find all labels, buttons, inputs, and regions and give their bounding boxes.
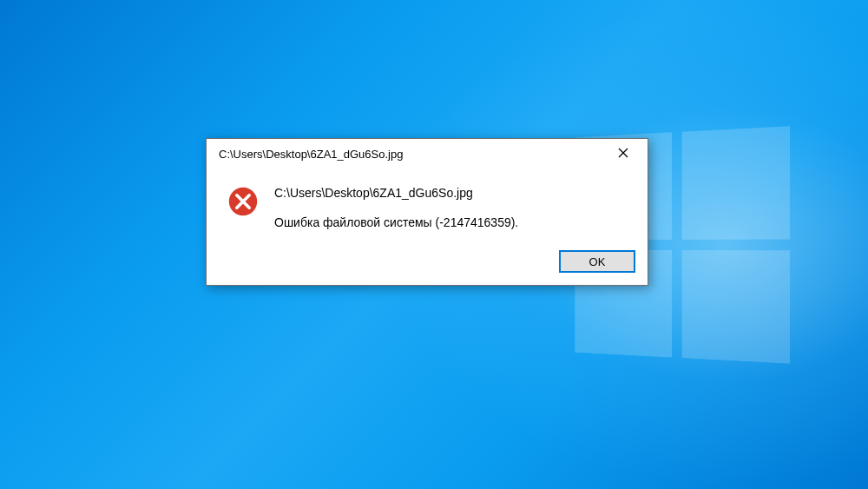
ok-button[interactable]: OK: [559, 250, 635, 273]
dialog-content: C:\Users\Desktop\6ZA1_dGu6So.jpg Ошибка …: [274, 184, 630, 229]
logo-pane: [682, 126, 790, 240]
dialog-heading: C:\Users\Desktop\6ZA1_dGu6So.jpg: [274, 186, 630, 200]
desktop-background: C:\Users\Desktop\6ZA1_dGu6So.jpg: [0, 0, 868, 489]
dialog-footer: OK: [207, 241, 648, 285]
dialog-titlebar[interactable]: C:\Users\Desktop\6ZA1_dGu6So.jpg: [207, 139, 648, 169]
error-icon: [227, 186, 259, 217]
close-icon: [618, 148, 628, 161]
dialog-body: C:\Users\Desktop\6ZA1_dGu6So.jpg Ошибка …: [207, 169, 648, 241]
error-dialog: C:\Users\Desktop\6ZA1_dGu6So.jpg: [206, 138, 648, 286]
dialog-message: Ошибка файловой системы (-2147416359).: [274, 215, 630, 229]
logo-pane: [682, 250, 790, 364]
close-button[interactable]: [606, 142, 641, 166]
dialog-title: C:\Users\Desktop\6ZA1_dGu6So.jpg: [219, 148, 403, 161]
